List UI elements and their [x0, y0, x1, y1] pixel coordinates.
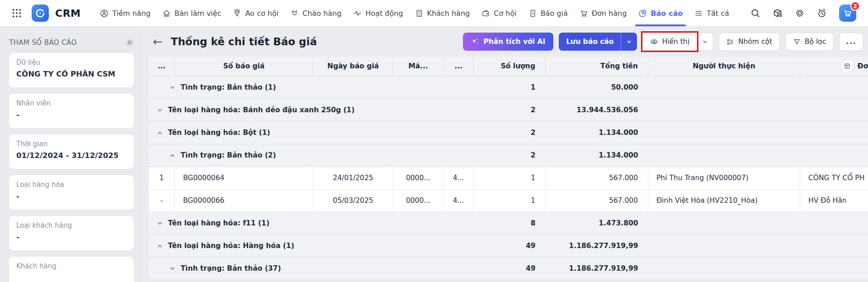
col-header-so-luong[interactable]: Số lượng: [474, 57, 546, 76]
customer-icon: [415, 9, 424, 18]
analyze-ai-label: Phân tích với AI: [483, 38, 545, 46]
nav-item-ao-co-hoi[interactable]: Ao cơ hội: [227, 0, 284, 26]
col-header-expand[interactable]: ...: [149, 57, 175, 76]
param-card-du-lieu[interactable]: Dữ liệu CÔNG TY CỔ PHẦN CSM: [9, 53, 134, 87]
table-row[interactable]: 1 BG0000064 24/01/2025 0000... 4... 1 56…: [149, 167, 868, 189]
table-group-row[interactable]: Tình trạng: Bản thảo (37) 49 1.186.277.9…: [149, 257, 868, 280]
chevron-up-icon[interactable]: [157, 243, 163, 249]
package-search-icon[interactable]: [773, 8, 783, 18]
filter-button[interactable]: Bộ lọc: [785, 33, 834, 51]
search-icon[interactable]: [750, 8, 760, 18]
table-group-row[interactable]: Tên loại hàng hóa: Bột (1) 2 1.134.000: [149, 121, 868, 144]
nav-item-don-hang[interactable]: Đơn hàng: [574, 0, 633, 26]
group-total: 50.000: [546, 76, 648, 99]
table-row[interactable]: - BG0000066 05/03/2025 0000... 4... 1 56…: [149, 189, 868, 212]
nav-item-co-hoi[interactable]: Cơ hội: [476, 0, 522, 26]
col-header-tong-tien[interactable]: Tổng tiền: [546, 57, 648, 76]
sidebar-settings-icon[interactable]: [126, 38, 134, 47]
col-header-nguoi-thuc-hien[interactable]: Người thực hiện: [648, 57, 800, 76]
crm-logo-icon[interactable]: [32, 5, 49, 22]
nav-item-hoat-dong[interactable]: Hoạt động: [347, 0, 409, 26]
cell-org: CÔNG TY CỔ PH: [800, 167, 868, 189]
chevron-up-icon[interactable]: [170, 153, 175, 158]
param-card-loai-khach-hang[interactable]: Loại khách hàng -: [9, 216, 134, 250]
display-dropdown[interactable]: [697, 33, 713, 50]
col-header-ngay-bao-gia[interactable]: Ngày báo giá: [313, 57, 393, 76]
param-label: Nhân viên: [16, 99, 127, 107]
chevron-up-icon[interactable]: [157, 130, 163, 136]
group-label: Tên loại hàng hóa: f11 (1): [168, 219, 269, 227]
cell-ma: 0000...: [393, 189, 443, 212]
chevron-down-icon[interactable]: [157, 220, 163, 226]
param-label: Dữ liệu: [16, 58, 127, 67]
cart-icon[interactable]: 2: [839, 5, 856, 22]
cell-index: -: [149, 189, 175, 212]
brand-name: CRM: [55, 8, 80, 19]
nav-item-tat-ca[interactable]: Tất cả: [689, 0, 735, 26]
chevron-down-icon[interactable]: [157, 107, 163, 113]
quote-icon: $: [528, 9, 537, 18]
group-qty: 8: [474, 212, 546, 234]
save-report-dropdown[interactable]: [621, 33, 637, 51]
cell-person: Đinh Việt Hòa (HV2210_Hòa): [648, 189, 800, 212]
param-card-loai-hang-hoa[interactable]: Loại hàng hóa -: [9, 175, 134, 210]
table-group-row[interactable]: Tên loại hàng hóa: f11 (1) 8 1.473.800: [149, 212, 868, 234]
svg-text:$: $: [532, 11, 534, 15]
group-label: Tên loại hàng hóa: Bột (1): [168, 129, 270, 137]
column-settings-icon[interactable]: [840, 59, 854, 73]
display-split-button: Hiển thị: [642, 33, 713, 51]
save-report-button[interactable]: Lưu báo cáo: [559, 33, 621, 51]
param-card-thoi-gian[interactable]: Thời gian 01/12/2024 - 31/12/2025: [9, 134, 134, 169]
nav-item-ban-lam-viec[interactable]: Bàn làm việc: [156, 0, 227, 26]
group-columns-label: Nhóm cột: [738, 38, 772, 46]
cell-quote-date: 24/01/2025: [313, 167, 393, 189]
nav-item-tiem-nang[interactable]: Tiềm năng: [94, 0, 156, 26]
nav-label: Tất cả: [707, 9, 729, 18]
nav-item-bao-gia[interactable]: $ Báo giá: [523, 0, 574, 26]
cell-person: Phí Thu Trang (NV000007): [648, 167, 800, 189]
cell-quote-code: BG0000066: [175, 189, 313, 212]
nav-item-bao-cao[interactable]: Báo cáo: [632, 0, 689, 26]
param-label: Loại khách hàng: [16, 221, 127, 229]
settings-icon[interactable]: [795, 8, 805, 18]
page-title: Thống kê chi tiết Báo giá: [171, 36, 317, 48]
display-button[interactable]: Hiển thị: [643, 33, 696, 50]
group-qty: 49: [474, 257, 546, 280]
reminder-icon[interactable]: [817, 8, 827, 18]
group-columns-button[interactable]: Nhóm cột: [719, 33, 780, 51]
report-main-panel: ← Thống kê chi tiết Báo giá Phân tích vớ…: [143, 27, 868, 282]
col-header-so-bao-gia[interactable]: Số báo giá: [175, 57, 313, 76]
offer-icon: [290, 9, 299, 18]
table-group-row[interactable]: Tên loại hàng hóa: Hàng hóa (1) 49 1.186…: [149, 234, 868, 257]
table-group-row[interactable]: Tình trạng: Bản thảo (1) 1 50.000: [149, 76, 868, 99]
nav-item-khach-hang[interactable]: Khách hàng: [409, 0, 476, 26]
workspace-icon: [162, 9, 171, 18]
col-header-ma[interactable]: Mã...: [393, 57, 443, 76]
analyze-ai-button[interactable]: Phân tích với AI: [463, 33, 553, 51]
chevron-down-icon[interactable]: [170, 85, 175, 91]
param-label: Thời gian: [16, 140, 127, 148]
nav-label: Đơn hàng: [592, 9, 627, 18]
report-actions: Phân tích với AI Lưu báo cáo Hiển thị Nh…: [463, 33, 863, 51]
order-cart-icon: [580, 9, 588, 18]
param-card-nhan-vien[interactable]: Nhân viên -: [9, 94, 134, 128]
col-header-don[interactable]: Đơ: [800, 57, 868, 76]
param-value: CÔNG TY CỔ PHẦN CSM: [16, 70, 127, 78]
param-card-khach-hang[interactable]: Khách hàng: [9, 257, 134, 282]
cell-qty: 1: [474, 167, 546, 189]
table-group-row[interactable]: Tên loại hàng hóa: Bánh dẻo đậu xanh 250…: [149, 99, 868, 121]
back-button[interactable]: ←: [150, 36, 165, 48]
table-group-row[interactable]: Tình trạng: Bản thảo (2) 2 1.134.000: [149, 144, 868, 167]
param-value: 01/12/2024 - 31/12/2025: [16, 151, 127, 160]
group-label: Tình trạng: Bản thảo (2): [181, 151, 276, 159]
param-value: -: [16, 192, 127, 201]
cell-index: 1: [149, 167, 175, 189]
nav-item-chao-hang[interactable]: Chào hàng: [284, 0, 347, 26]
col-header-dots[interactable]: ...: [443, 57, 474, 76]
app-launcher-icon[interactable]: [12, 8, 22, 18]
report-header: ← Thống kê chi tiết Báo giá Phân tích vớ…: [143, 27, 868, 57]
filter-funnel-icon: [793, 38, 801, 46]
top-navigation: CRM Tiềm năng Bàn làm việc Ao cơ hội Chà…: [0, 0, 868, 27]
chevron-down-icon[interactable]: [170, 266, 175, 272]
more-actions-button[interactable]: ...: [839, 33, 863, 51]
